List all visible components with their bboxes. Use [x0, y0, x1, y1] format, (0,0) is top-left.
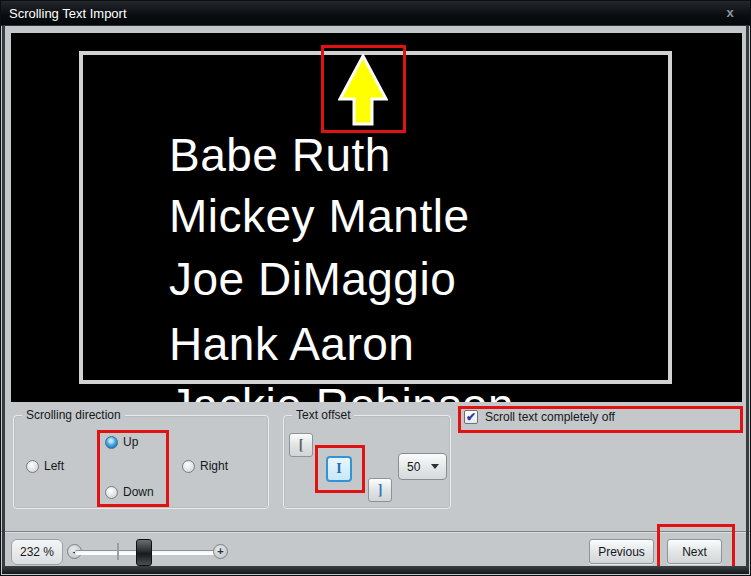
check-icon: ✔ — [464, 410, 478, 424]
radio-right[interactable]: Right — [182, 459, 228, 473]
scroll-off-checkbox-label: Scroll text completely off — [485, 410, 615, 424]
preview-text-line: Hank Aaron — [169, 317, 414, 371]
preview-text-line-clipped: Jackie Robinson — [169, 378, 514, 402]
window-title: Scrolling Text Import — [9, 1, 127, 26]
offset-end-bracket-button[interactable]: ] — [368, 478, 392, 502]
offset-cursor-button[interactable]: I — [326, 456, 352, 482]
radio-down-label: Down — [123, 485, 154, 499]
previous-button[interactable]: Previous — [589, 539, 654, 564]
footer-separator — [1, 531, 751, 533]
offset-value-dropdown[interactable]: 50 — [398, 453, 447, 480]
scroll-off-checkbox[interactable]: ✔ Scroll text completely off — [464, 410, 615, 424]
chevron-down-icon — [431, 464, 439, 469]
scrolling-direction-group-label: Scrolling direction — [22, 408, 125, 422]
zoom-in-button[interactable]: + — [213, 544, 228, 559]
preview-text-line: Joe DiMaggio — [169, 252, 456, 306]
preview-text-line: Mickey Mantle — [169, 189, 469, 243]
radio-left[interactable]: Left — [26, 459, 64, 473]
offset-start-bracket-button[interactable]: [ — [289, 433, 313, 457]
radio-up[interactable]: Up — [105, 435, 138, 449]
next-button[interactable]: Next — [667, 539, 722, 564]
radio-circle-icon — [182, 460, 195, 473]
radio-left-label: Left — [44, 459, 64, 473]
scrolling-text-import-dialog: Scrolling Text Import x Babe Ruth Mickey… — [0, 0, 751, 576]
zoom-slider-tick — [117, 543, 119, 560]
zoom-slider-thumb[interactable] — [136, 539, 152, 566]
title-bar: Scrolling Text Import x — [1, 1, 751, 26]
preview-pane: Babe Ruth Mickey Mantle Joe DiMaggio Han… — [11, 33, 742, 402]
dialog-edge — [2, 26, 5, 574]
radio-circle-icon — [26, 460, 39, 473]
radio-circle-icon — [105, 486, 118, 499]
radio-down[interactable]: Down — [105, 485, 154, 499]
offset-value: 50 — [399, 460, 431, 474]
dialog-edge — [746, 26, 749, 574]
radio-up-label: Up — [123, 435, 138, 449]
zoom-percent-value: 232 % — [11, 539, 63, 565]
close-icon[interactable]: x — [720, 1, 740, 26]
radio-circle-selected-icon — [105, 436, 118, 449]
dialog-edge — [2, 566, 749, 574]
preview-text-line: Babe Ruth — [169, 128, 391, 182]
text-offset-group-label: Text offset — [292, 408, 354, 422]
scroll-up-arrow-icon — [338, 54, 388, 126]
radio-right-label: Right — [200, 459, 228, 473]
